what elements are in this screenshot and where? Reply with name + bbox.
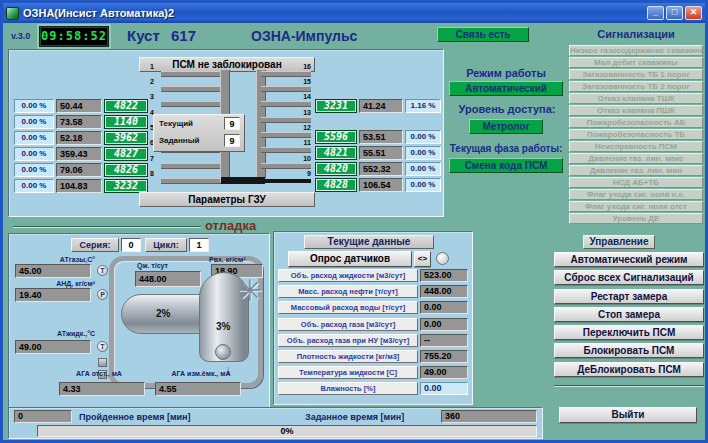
psm-current-value: 9 [224,117,240,130]
alarm-item[interactable]: Загазованность ТБ 2 порог [569,81,703,92]
diff-pressure-label: АНД, кг/см² [17,280,95,287]
data-row-label: Температура жидкости [С] [278,366,418,379]
data-row-label: Объ. расход газа при НУ [м3/сут] [278,334,418,347]
series-value-field[interactable]: 0 [121,238,141,252]
pipe-number: 2 [150,78,154,85]
alarm-item[interactable]: Флаг ухода сиг. ноля н.е. [569,189,703,200]
alarm-item[interactable]: Отказ клапана ТШК [569,93,703,104]
control-button-restart-measure[interactable]: Рестарт замера [554,289,704,304]
alarm-item[interactable]: НСД АБ+ТБ [569,177,703,188]
close-button-icon[interactable]: ✕ [685,6,702,20]
well-value-cell: 52.18 [56,131,102,145]
well-code-display: 4822 [104,99,148,113]
alarm-item[interactable]: Пожаробезопасность АБ [569,117,703,128]
pipe-number: 3 [150,93,154,100]
cycle-value-field[interactable]: 1 [189,238,209,252]
toggle-button[interactable]: <> [414,251,431,267]
data-row-value: -- [420,334,468,347]
well-value-cell: 359.43 [56,147,102,161]
pressure-gauge-icon: Р [97,289,108,300]
gzu-params-button[interactable]: Параметры ГЗУ [139,192,315,207]
gas-temp-label: АТгазы,С° [17,256,95,263]
manifold-pipe [161,87,225,91]
well-code-display: 5596 [315,130,357,144]
progress-bar: 0% [37,425,537,437]
data-row-label: Плотность жидкости [кг/м3] [278,350,418,363]
control-button-unblock-psm[interactable]: ДеБлокировать ПСМ [554,362,704,377]
well-code-display: 4827 [104,147,148,161]
alarm-item[interactable]: Загазованность ТБ 1 порог [569,69,703,80]
exit-button[interactable]: Выйти [559,407,697,423]
target-time-label: Заданное время [мин] [305,412,404,422]
window-title: ОЗНА(Инсист Автоматика)2 [23,7,174,19]
control-button-switch-psm[interactable]: Переключить ПСМ [554,325,704,340]
data-row-value: 523.00 [420,269,468,282]
pipe-number: 13 [297,109,311,116]
maximize-button-icon[interactable]: □ [666,6,683,20]
control-button-block-psm[interactable]: Блокировать ПСМ [554,343,704,358]
manifold-pipe [261,72,311,76]
alarm-item[interactable]: Давление газ. лин. мин [569,165,703,176]
status-indicator-icon [436,252,449,265]
kust-label: Куст [127,27,160,44]
alarm-item[interactable]: Уровень ДЕ [569,213,703,224]
titlebar: ОЗНА(Инсист Автоматика)2 _ □ ✕ [3,3,705,23]
alarm-item[interactable]: Пожаробезопасность ТБ [569,129,703,140]
control-button-auto-mode[interactable]: Автоматический режим [554,252,704,267]
series-label: Серия: [71,238,119,252]
data-row-label: Влажность [%] [278,382,418,395]
gas-temp-value: 45.00 [15,264,91,278]
target-time-field[interactable]: 360 [441,410,537,423]
debug-divider [13,226,201,228]
current-data-panel: Текущие данные Опрос датчиков <> Объ. ра… [273,231,473,405]
well-code-display: 4826 [104,163,148,177]
liquid-temp-label: АТжидк.,°С [17,330,95,337]
data-row-label: Масс. расход нефти [т/сут] [278,285,418,298]
aga-residual-value: 4.33 [59,382,145,396]
alarm-item[interactable]: Неисправность ПСМ [569,141,703,152]
alarm-item[interactable]: Отказ клапана ПШК [569,105,703,116]
control-button-reset-alarms[interactable]: Сброс всех Сигнализаций [554,270,704,285]
manifold-outlet-pipe [221,177,265,184]
well-value-cell: 53.51 [359,130,403,144]
alarm-item[interactable]: Флаг ухода сиг. ноля отст [569,201,703,212]
minimize-button-icon[interactable]: _ [647,6,664,20]
well-humidity-cell: 0.00 % [14,115,54,129]
work-mode-button[interactable]: Автоматический [449,81,563,96]
alarm-item[interactable]: Низкое газосодержание скважины [569,45,703,56]
pipe-number: 10 [297,155,311,162]
elapsed-time-value: 0 [14,410,72,423]
well-humidity-cell: 0.00 % [405,178,441,192]
well-value-cell: 41.24 [359,99,403,113]
data-row-value: 49.00 [420,366,468,379]
well-code-display: 3962 [104,131,148,145]
control-title: Управление [583,235,655,249]
psm-target-value[interactable]: 9 [224,134,240,147]
alarm-item[interactable]: Давление газ. лин. макс [569,153,703,164]
pipe-number: 1 [150,63,154,70]
aga-capacity-value: 4.55 [155,382,241,396]
manifold-pipe [261,87,311,91]
app-icon [6,7,19,20]
fan-icon: ✳ [237,276,262,306]
inlet-pressure-label: Рвх. кг/см² [209,256,246,263]
control-button-stop-measure[interactable]: Стоп замера [554,307,704,322]
access-level-button[interactable]: Метролог [469,119,543,134]
manifold-pipe [261,133,311,137]
humidity-value-field[interactable]: 0.00 [420,382,468,395]
liquid-flow-value: 448.00 [135,271,201,287]
poll-sensors-button[interactable]: Опрос датчиков [288,251,412,267]
manifold-pipe [261,148,311,152]
temp-gauge-icon: Т [97,265,108,276]
alarm-item[interactable]: Мал дебит скважины [569,57,703,68]
link-status-button[interactable]: Связь есть [437,27,529,42]
app-name: ОЗНА-Импульс [251,28,357,44]
psm-target-label: Заданный [159,136,199,145]
manifold-pipe [161,164,225,168]
phase-button[interactable]: Смена кода ПСМ [449,158,563,173]
pipe-number: 7 [150,155,154,162]
pipe-number: 11 [297,139,311,146]
data-row-value: 755.20 [420,350,468,363]
well-humidity-cell: 0.00 % [14,131,54,145]
well-humidity-cell: 0.00 % [405,146,441,160]
